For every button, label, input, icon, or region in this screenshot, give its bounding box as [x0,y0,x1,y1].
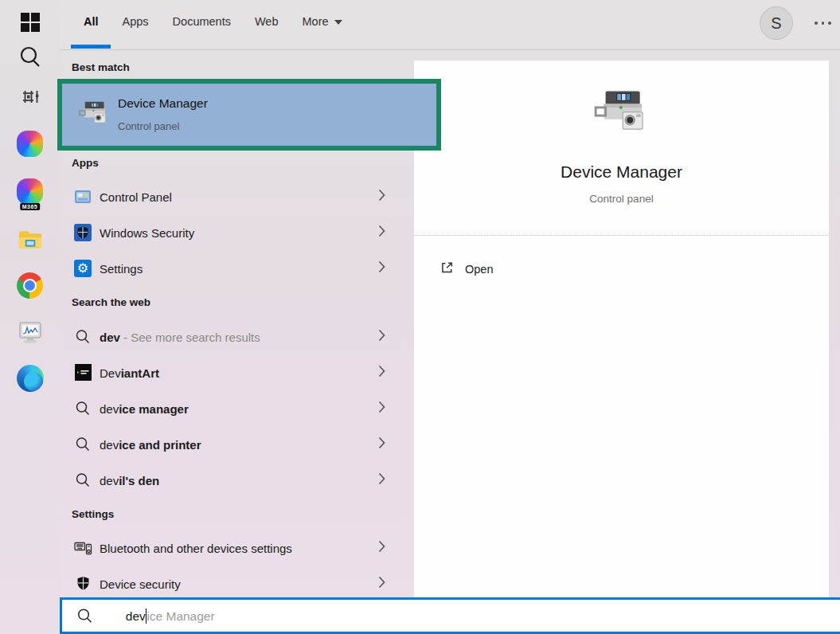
best-match-item[interactable]: Device Manager Control panel [62,84,436,146]
search-header-bar: All Apps Documents Web More S [60,0,840,50]
taskbar-search-button[interactable] [0,40,60,75]
chevron-right-icon [378,576,385,592]
result-device-manager-search[interactable]: device manager [60,390,414,426]
chrome-icon [17,272,43,299]
deviantart-icon [73,363,92,382]
preview-subtitle: Control panel [414,193,829,205]
open-action[interactable]: Open [414,253,829,285]
best-match-title: Device Manager [118,96,208,111]
device-manager-icon-large [592,88,651,142]
chrome-button[interactable] [0,268,60,303]
m365-copilot-icon [17,178,43,205]
account-avatar[interactable]: S [760,6,793,40]
open-external-icon [440,260,455,279]
bluetooth-devices-icon [73,538,92,558]
m365-badge: M365 [20,203,41,210]
performance-monitor-button[interactable] [0,315,60,350]
search-icon [76,608,93,624]
chevron-right-icon [378,329,385,345]
search-icon [73,399,92,418]
preview-title: Device Manager [414,162,829,182]
best-match-header: Best match [72,61,130,73]
result-deviantart[interactable]: DeviantArt [60,354,414,390]
device-manager-icon [78,100,110,130]
windows-logo-icon [20,12,41,33]
performance-monitor-icon [18,320,43,344]
result-windows-security[interactable]: Windows Security [60,214,414,250]
result-settings[interactable]: ⚙ Settings [60,250,414,286]
copilot-button[interactable] [0,126,60,161]
open-label: Open [465,263,493,276]
chevron-right-icon [378,472,385,488]
tab-more[interactable]: More [303,15,342,28]
tab-apps[interactable]: Apps [123,15,149,28]
result-bluetooth-settings[interactable]: Bluetooth and other devices settings [60,530,414,566]
edge-button[interactable] [0,361,60,396]
m365-copilot-button[interactable]: M365 [0,174,60,209]
apps-header: Apps [72,157,99,169]
search-filter-tabs: All Apps Documents Web More [84,15,342,28]
more-options-button[interactable] [815,22,831,25]
search-typed-text: dev [126,609,146,623]
search-icon [73,471,92,490]
tab-web[interactable]: Web [255,15,279,28]
start-button[interactable] [0,5,60,40]
result-devils-den[interactable]: devil's den [60,462,414,498]
file-explorer-button[interactable] [0,221,60,256]
search-input[interactable]: device Manager [60,597,840,634]
search-icon [18,45,43,70]
search-icon [73,435,92,454]
active-tab-underline [71,45,111,49]
edge-icon [17,365,44,392]
divider [414,235,829,236]
chevron-down-icon [334,20,342,25]
result-device-and-printer[interactable]: device and printer [60,426,414,462]
tab-all[interactable]: All [84,15,99,28]
windows-security-icon [73,223,92,242]
chevron-right-icon [378,365,385,381]
chevron-right-icon [378,260,385,276]
task-view-icon [18,87,42,108]
chevron-right-icon [378,540,385,556]
windows-search-panel: M365 All [0,0,840,634]
file-explorer-icon [18,228,43,250]
result-dev-see-more[interactable]: dev - See more search results [60,319,414,354]
device-security-shield-icon [73,574,92,593]
annotation-highlight-box: Device Manager Control panel [57,79,441,151]
chevron-right-icon [378,401,385,417]
task-view-button[interactable] [0,80,60,115]
best-match-subtitle: Control panel [118,120,179,132]
taskbar: M365 [0,0,60,634]
copilot-icon [17,131,43,157]
preview-panel: Device Manager Control panel Open [414,61,829,634]
chevron-right-icon [378,436,385,452]
search-suggestion-text: ice Manager [147,609,214,623]
settings-header: Settings [72,508,114,520]
chevron-right-icon [378,189,385,205]
tab-documents[interactable]: Documents [173,15,231,28]
chevron-right-icon [378,225,385,241]
settings-gear-icon: ⚙ [73,259,92,278]
control-panel-icon [73,187,92,206]
search-icon [73,327,92,346]
result-control-panel[interactable]: Control Panel [60,178,414,214]
web-header: Search the web [72,296,150,308]
